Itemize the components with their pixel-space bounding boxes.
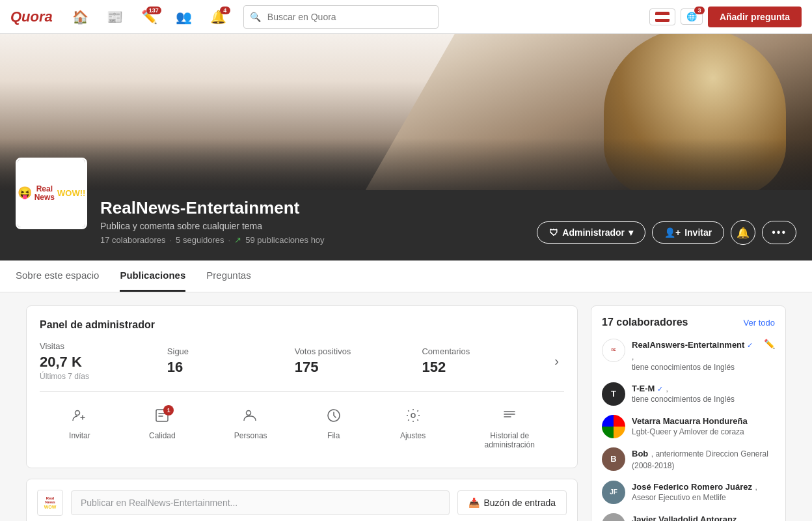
collab-desc-3: Lgbt-Queer y Amlover de coraza [632,427,775,438]
notify-bell-button[interactable]: 🔔 [731,220,755,245]
collab-item-3: Vetarra Macuarra Hondureña Lgbt-Queer y … [602,415,775,438]
stat-comentarios-label: Comentarios [422,346,549,356]
news-button[interactable]: 📰 [100,5,129,29]
collab-avatar-6: JV [602,513,625,521]
tab-sobre[interactable]: Sobre este espacio [16,260,99,292]
collab-avatar-2: T [602,382,625,406]
collab-info-2: T-E-M ✓ , tiene conocimientos de Inglés [632,382,775,405]
more-options-button[interactable]: ••• [762,221,796,244]
stat-comentarios-value: 152 [422,359,549,376]
calidad-badge: 1 [163,405,174,415]
admin-button[interactable]: 🛡 Administrador ▾ [537,221,645,244]
stat-sigue-label: Sigue [167,346,295,356]
stat-visitas: Visitas 20,7 K Últimos 7 días [40,341,167,381]
action-calidad[interactable]: 1 Calidad [141,402,183,455]
search-container: 🔍 [243,5,439,29]
people-icon: 👥 [176,9,192,25]
search-icon: 🔍 [250,12,261,22]
collab-avatar-5: JF [602,481,625,504]
inbox-icon: 📥 [468,498,480,508]
posts-today: 59 publicaciones hoy [245,235,324,245]
news-icon: 📰 [107,9,123,25]
action-calidad-label: Calidad [149,431,176,440]
action-personas[interactable]: Personas [226,402,275,455]
person-add-icon: 👤+ [664,227,681,238]
collab-avatar-4: B [602,447,625,471]
verified-icon-1: ✓ [747,341,753,350]
collab-desc-1: tiene conocimientos de Inglés [632,363,757,373]
collab-item-1: RE RealAnswers-Entertainment ✓ , tiene c… [602,339,775,373]
ver-todo-link[interactable]: Ver todo [744,318,775,328]
svg-point-2 [247,411,251,415]
action-ajustes-label: Ajustes [400,431,426,440]
profile-actions: 🛡 Administrador ▾ 👤+ Invitar 🔔 ••• [537,220,796,245]
collab-item-2: T T-E-M ✓ , tiene conocimientos de Inglé… [602,382,775,406]
avatar-logo: 😝 RealNews WOW!! [18,160,85,227]
home-icon: 🏠 [72,9,88,25]
collab-info-1: RealAnswers-Entertainment ✓ , tiene cono… [632,339,757,373]
language-button[interactable] [649,8,675,25]
collab-info-5: José Federico Romero Juárez , Asesor Eje… [632,481,775,503]
collab-item-5: JF José Federico Romero Juárez , Asesor … [602,481,775,504]
stat-votos-label: Votos positivos [295,346,422,356]
action-historial[interactable]: Historial deadministración [476,402,542,455]
stat-visitas-value: 20,7 K [40,354,167,371]
flag-icon [655,12,670,22]
stat-visitas-sublabel: Últimos 7 días [40,372,167,381]
posts-arrow: ↗ [234,235,241,245]
collab-name-4: Bob [632,449,648,458]
home-button[interactable]: 🏠 [66,5,95,29]
action-ajustes[interactable]: Ajustes [392,402,433,455]
action-fila[interactable]: Fila [318,402,349,455]
shield-icon: 🛡 [549,227,558,238]
add-question-button[interactable]: Añadir pregunta [708,7,802,27]
post-input[interactable]: Publicar en RealNews-Entertainment... [71,490,450,515]
stat-visitas-label: Visitas [40,341,167,351]
collab-name-3: Vetarra Macuarra Hondureña [632,416,748,426]
stat-votos: Votos positivos 175 [295,346,422,376]
action-fila-label: Fila [327,431,340,440]
edit-button[interactable]: ✏️ 137 [135,5,164,29]
collab-avatar-1: RE [602,339,625,362]
stat-votos-value: 175 [295,359,422,376]
notifications-badge: 4 [220,7,230,14]
collab-edit-1[interactable]: ✏️ [764,339,775,349]
action-personas-label: Personas [234,431,267,440]
globe-button[interactable]: 🌐 3 [681,8,703,25]
invite-button[interactable]: 👤+ Invitar [652,221,724,244]
stat-sigue: Sigue 16 [167,346,295,376]
globe-badge: 3 [694,7,705,14]
admin-panel-title: Panel de administrador [40,319,564,331]
stat-sigue-value: 16 [167,359,295,376]
followers-count: 5 seguidores [176,235,224,245]
collaborators-title: 17 colaboradores [602,317,688,328]
fila-icon [326,408,342,427]
collab-info-3: Vetarra Macuarra Hondureña Lgbt-Queer y … [632,415,775,438]
collab-info-4: Bob , anteriormente Direccion General (2… [632,447,775,472]
calidad-icon-container: 1 [154,408,170,427]
collab-item-6: JV Javier Valladolid Antoranz , Hobby: L… [602,513,775,521]
quora-logo[interactable]: Quora [10,8,53,25]
collab-name-5: José Federico Romero Juárez [632,482,752,492]
collaborators-count: 17 colaboradores [100,235,165,245]
profile-name: RealNews-Entertainment [100,198,796,218]
stats-row: Visitas 20,7 K Últimos 7 días Sigue 16 V… [40,341,564,381]
ajustes-icon [405,408,421,427]
people-button[interactable]: 👥 [169,5,198,29]
notifications-button[interactable]: 🔔 4 [204,5,233,29]
tab-publicaciones[interactable]: Publicaciones [120,260,185,292]
stats-arrow-button[interactable]: › [549,348,564,374]
tabs-bar: Sobre este espacio Publicaciones Pregunt… [0,260,812,292]
admin-actions: Invitar 1 Calidad [40,402,564,455]
personas-icon [243,408,258,427]
inbox-button[interactable]: 📥 Buzón de entrada [457,490,567,515]
invite-action-icon [72,408,87,427]
historial-icon [502,408,517,427]
admin-label: Administrador [562,227,625,238]
action-invitar[interactable]: Invitar [61,402,98,455]
search-input[interactable] [243,5,439,29]
tab-preguntas[interactable]: Preguntas [206,260,250,292]
collaborators-card: 17 colaboradores Ver todo RE RealAnswers… [591,305,786,521]
profile-avatar: 😝 RealNews WOW!! [16,158,87,229]
bell-outline-icon: 🔔 [737,227,750,239]
